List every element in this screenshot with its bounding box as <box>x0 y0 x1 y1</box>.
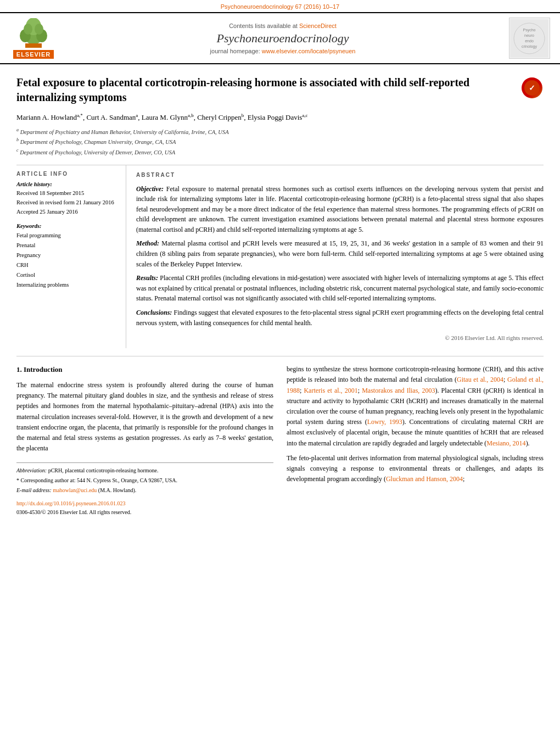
article-body: Fetal exposure to placental corticotropi… <box>0 64 560 530</box>
keyword-2: Prenatal <box>16 241 118 250</box>
abstract-method-text: Maternal plasma cortisol and pCRH levels… <box>136 239 544 267</box>
intro-right-para-1: begins to synthesize the stress hormone … <box>287 364 544 449</box>
svg-rect-8 <box>510 19 548 58</box>
email-footnote: E-mail address: mahowlan@uci.edu (M.A. H… <box>16 486 273 495</box>
abstract-objective: Objective: Fetal exposure to maternal pr… <box>136 184 544 235</box>
accepted-date: Accepted 25 January 2016 <box>16 208 118 217</box>
contents-line: Contents lists available at ScienceDirec… <box>67 23 499 29</box>
article-title-section: Fetal exposure to placental corticotropi… <box>16 75 544 105</box>
abstract-results: Results: Placental CRH profiles (includi… <box>136 273 544 304</box>
left-column: 1. Introduction The maternal endocrine s… <box>16 364 273 519</box>
svg-rect-7 <box>25 43 42 48</box>
author2-name: , Curt A. Sandman <box>83 113 136 121</box>
issn-text: 0306-4530/© 2016 Elsevier Ltd. All right… <box>16 509 131 515</box>
abstract-section: ABSTRACT Objective: Fetal exposure to ma… <box>126 165 544 348</box>
journal-logo-right: Psycho neuro endo crinology <box>507 18 551 59</box>
journal-title: Psychoneuroendocrinology <box>67 31 499 46</box>
crossmark-badge[interactable]: ✓ <box>522 75 544 98</box>
abstract-results-label: Results: <box>136 274 158 282</box>
author4-name: , Cheryl Crippen <box>194 113 242 121</box>
affiliation-b: b Department of Psychology, Chapman Univ… <box>16 137 544 147</box>
abstract-objective-text: Fetal exposure to maternal prenatal stre… <box>136 185 544 233</box>
keyword-1: Fetal programming <box>16 231 118 241</box>
two-column-body: 1. Introduction The maternal endocrine s… <box>16 364 544 530</box>
intro-left-para-1: The maternal endocrine stress system is … <box>16 380 273 454</box>
keywords-title: Keywords: <box>16 223 118 229</box>
ref-gluckman[interactable]: Gluckman and Hanson, 2004 <box>386 475 463 483</box>
elsevier-logo: ELSEVIER <box>9 18 58 59</box>
author3-name: , Laura M. Glynn <box>138 113 188 121</box>
journal-logo-image: Psycho neuro endo crinology <box>509 18 550 59</box>
received-date: Received 18 September 2015 <box>16 189 118 198</box>
ref-lowry[interactable]: Lowry, 1993 <box>367 418 402 426</box>
footnote-section: Abbreviation: pCRH, placental corticotro… <box>16 462 273 495</box>
abstract-method: Method: Maternal plasma cortisol and pCR… <box>136 238 544 269</box>
intro-right-para-2: The feto-placental unit derives informat… <box>287 453 544 485</box>
author1-sup: a,* <box>77 113 83 118</box>
ref-karteris[interactable]: Karteris et al., 2001 <box>304 387 357 394</box>
svg-text:endo: endo <box>525 39 534 43</box>
keyword-3: Pregnancy <box>16 250 118 260</box>
top-citation: Psychoneuroendocrinology 67 (2016) 10–17 <box>0 0 560 12</box>
svg-text:Psycho: Psycho <box>523 28 536 32</box>
article-history: Article history: Received 18 September 2… <box>16 181 118 216</box>
keywords-section: Keywords: Fetal programming Prenatal Pre… <box>16 223 118 289</box>
info-abstract-row: ARTICLE INFO Article history: Received 1… <box>16 165 544 348</box>
corresponding-footnote: * Corresponding author at: 544 N. Cypres… <box>16 476 273 485</box>
author5-sup: a,c <box>302 113 307 118</box>
svg-text:neuro: neuro <box>524 34 534 37</box>
section-divider <box>16 356 544 356</box>
abstract-conclusions: Conclusions: Findings suggest that eleva… <box>136 308 544 328</box>
elsevier-tree-icon <box>14 18 53 48</box>
ref-gitau[interactable]: Gitau et al., 2004 <box>457 376 503 383</box>
elsevier-label: ELSEVIER <box>13 50 54 59</box>
journal-header: ELSEVIER Contents lists available at Sci… <box>0 12 560 64</box>
abstract-conclusions-label: Conclusions: <box>136 309 172 316</box>
right-column: begins to synthesize the stress hormone … <box>287 364 544 519</box>
doi-section: http://dx.doi.org/10.1016/j.psyneuen.201… <box>16 496 273 519</box>
affiliation-c: c Department of Psychology, University o… <box>16 147 544 157</box>
authors-line: Mariann A. Howlanda,*, Curt A. Sandmana,… <box>16 111 544 124</box>
revised-date: Received in revised form 21 January 2016 <box>16 198 118 208</box>
affiliations: a Department of Psychiatry and Human Beh… <box>16 127 544 157</box>
svg-text:crinology: crinology <box>522 44 537 49</box>
affiliation-a: a Department of Psychiatry and Human Beh… <box>16 127 544 137</box>
abstract-conclusions-text: Findings suggest that elevated exposures… <box>136 309 544 327</box>
svg-text:✓: ✓ <box>529 83 535 92</box>
author1-name: Mariann A. Howland <box>16 113 77 121</box>
crossmark-icon: ✓ <box>522 77 542 98</box>
ref-mesiano[interactable]: Mesiano, 2014 <box>486 439 525 447</box>
abstract-results-text: Placental CRH profiles (including elevat… <box>136 274 544 302</box>
article-title: Fetal exposure to placental corticotropi… <box>16 75 516 105</box>
svg-point-5 <box>24 24 32 35</box>
abstract-objective-label: Objective: <box>136 185 164 193</box>
article-info-title: ARTICLE INFO <box>16 171 118 177</box>
abstract-copyright: © 2016 Elsevier Ltd. All rights reserved… <box>136 333 544 343</box>
journal-homepage: journal homepage: www.elsevier.com/locat… <box>67 48 499 54</box>
abstract-method-label: Method: <box>136 239 159 247</box>
doi-link[interactable]: http://dx.doi.org/10.1016/j.psyneuen.201… <box>16 500 125 506</box>
journal-center: Contents lists available at ScienceDirec… <box>67 23 499 54</box>
keyword-6: Internalizing problems <box>16 280 118 290</box>
abbreviation-footnote: Abbreviation: pCRH, placental corticotro… <box>16 466 273 475</box>
author5-name: , Elysia Poggi Davis <box>244 113 302 121</box>
article-info: ARTICLE INFO Article history: Received 1… <box>16 165 126 348</box>
sciencedirect-link[interactable]: ScienceDirect <box>299 23 337 29</box>
history-title: Article history: <box>16 181 118 187</box>
author3-sup: a,b <box>188 113 194 118</box>
keyword-5: Cortisol <box>16 270 118 280</box>
email-link[interactable]: mahowlan@uci.edu <box>53 487 97 493</box>
abstract-title: ABSTRACT <box>136 171 544 180</box>
svg-point-6 <box>35 24 43 35</box>
introduction-heading: 1. Introduction <box>16 364 273 376</box>
keyword-4: CRH <box>16 260 118 270</box>
homepage-link[interactable]: www.elsevier.com/locate/psyneuen <box>262 48 356 54</box>
ref-mastorakos[interactable]: Mastorakos and Ilias, 2003 <box>362 387 435 394</box>
